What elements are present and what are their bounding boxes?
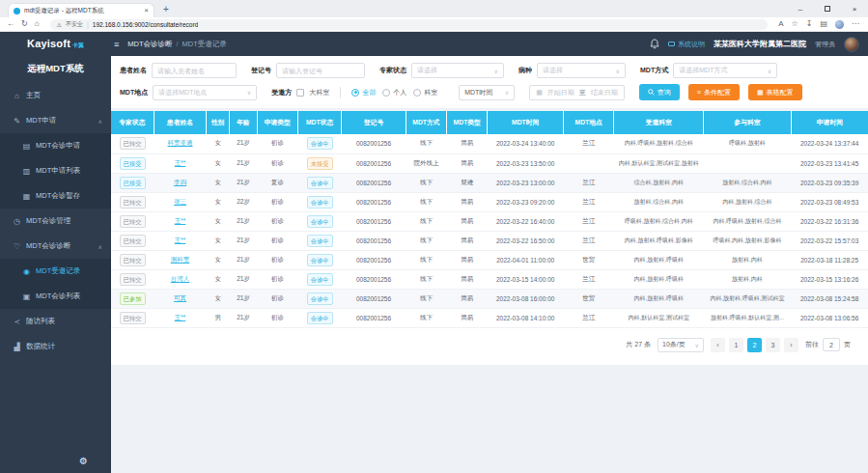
back-icon[interactable]: ← [7,20,14,28]
time-type-select[interactable]: MDT时间 ∨ [459,85,515,100]
column-header[interactable]: 患者姓名 [154,111,206,134]
sidebar-item[interactable]: ⌂主页 [0,83,111,108]
column-header[interactable]: 申请类型 [257,111,297,134]
expert-status-badge: 已接受 [120,157,146,170]
sidebar-item-label: 数据统计 [26,342,55,351]
patient-name-link[interactable]: 可其 [174,294,186,301]
column-header[interactable]: MDT类型 [447,111,488,134]
stats-icon: ▟ [13,343,21,351]
read-aloud-icon[interactable]: A [778,20,783,28]
invited-party-radio[interactable]: 科室 [413,88,437,97]
column-header[interactable]: 登记号 [342,111,406,134]
patient-name-link[interactable]: 李四 [174,179,186,185]
column-header[interactable]: 受邀科室 [614,111,704,134]
column-header[interactable]: MDT地点 [563,111,613,134]
sidebar-item[interactable]: ◷MDT会诊管理 [0,209,111,234]
sidebar-item[interactable]: ▤MDT会诊申请 [0,133,111,158]
invited-depts-cell: 内科,呼吸科,放射科,综合科 [614,134,704,153]
prev-page-button[interactable]: ‹ [711,338,725,352]
mdt-type-cell: 简易 [447,308,488,327]
url-divider: | [87,21,89,28]
home-icon: ⌂ [13,92,21,100]
sidebar-collapse-icon[interactable]: ≡ [114,40,119,49]
bell-icon[interactable] [650,39,659,49]
mdt-place-select[interactable]: 请选择MDT地点 ∨ [153,85,257,100]
apply-time-cell: 2022-03-08 15:24:58 [791,289,868,308]
mdt-mode-cell: 线下 [406,134,446,153]
breadcrumb-section[interactable]: MDT会诊诊断 [127,40,172,49]
new-tab-button[interactable]: + [163,4,169,17]
favorites-star-icon[interactable]: ☆ [792,20,798,28]
filter-mdt-place: MDT地点 请选择MDT地点 ∨ [120,85,257,100]
goto-page-input[interactable] [823,338,840,351]
refresh-icon[interactable]: ↻ [21,20,28,28]
sidebar-item[interactable]: ▥MDT申请列表 [0,158,111,183]
more-menu-icon[interactable]: ⋯ [852,20,859,28]
table-config-button[interactable]: ▦ 表格配置 [748,84,802,100]
register-no-input[interactable] [276,63,365,78]
page-button[interactable]: 1 [729,338,743,352]
minimize-button[interactable]: – [787,0,814,17]
settings-gear-icon[interactable]: ⚙ [79,456,88,466]
user-avatar[interactable] [844,37,859,52]
big-dept-checkbox[interactable] [296,89,304,97]
mdt-time-cell: 2022-03-08 14:10:00 [488,308,564,327]
column-header[interactable]: MDT方式 [406,111,446,134]
patient-name-link[interactable]: 测科室 [171,256,190,263]
system-help-link[interactable]: 系统说明 [668,40,705,49]
sidebar-item[interactable]: ≺随访列表 [0,309,111,334]
tab-close-icon[interactable]: × [144,7,149,14]
expert-status-select[interactable]: 请选择 ∨ [411,63,504,78]
date-range-picker[interactable]: ▦ 开始日期 至 结束日期 [529,85,625,100]
sidebar-menu: ⌂主页✎MDT申请∧▤MDT会诊申请▥MDT申请列表▦MDT会诊暂存◷MDT会诊… [0,83,111,473]
invited-party-radio[interactable]: 全部 [351,88,376,97]
address-bar[interactable]: ⚠ 不安全 | 192.168.0.156:9002/consultate/re… [50,19,769,30]
column-header[interactable]: 专家状态 [111,111,154,134]
column-header[interactable]: 性别 [207,111,230,134]
radio-label: 全部 [362,88,376,97]
browser-tab[interactable]: mdt受邀记录 - 远程MDT系统 × [8,3,154,17]
apply-list-icon: ▥ [22,167,31,176]
age-cell: 21岁 [230,250,257,269]
sidebar-item[interactable]: ▣MDT会诊列表 [0,284,111,309]
page-button[interactable]: 3 [766,338,780,352]
browser-home-icon[interactable]: ⌂ [35,20,40,28]
patient-name-input[interactable] [152,63,237,78]
column-header[interactable]: MDT时间 [488,111,564,134]
mdt-type-cell: 简易 [447,192,488,211]
search-button[interactable]: 查询 [639,84,680,100]
patient-name-link[interactable]: 王** [175,159,186,166]
condition-config-button[interactable]: ≡ 条件配置 [688,84,740,100]
page-button[interactable]: 2 [747,338,762,352]
patient-name-link[interactable]: 王** [175,236,186,243]
next-page-button[interactable]: › [784,338,798,352]
sidebar-item[interactable]: ✎MDT申请∧ [0,108,111,133]
patient-name-link[interactable]: 张三 [174,198,186,205]
patient-name-link[interactable]: 王** [175,217,186,224]
column-header[interactable]: 参与科室 [704,111,792,134]
sidebar-item[interactable]: ◉MDT受邀记录 [0,259,111,284]
patient-name-link[interactable]: 王** [175,314,186,320]
disease-select[interactable]: 请选择 ∨ [537,63,626,78]
downloads-icon[interactable]: ↧ [806,20,813,28]
table-row: 已转交张三女22岁初诊会诊中0082001256线下简易2022-03-23 0… [111,192,868,211]
mdt-status-badge: 会诊中 [307,254,333,266]
close-button[interactable]: × [841,0,868,17]
mdt-status-badge-cell: 会诊中 [297,250,341,269]
sidebar-item[interactable]: ♡MDT会诊诊断∧ [0,234,111,259]
browser-profile-avatar[interactable] [835,20,844,29]
mdt-mode-select[interactable]: 请选择MDT方式 ∨ [673,63,777,78]
header-right: 系统说明 某某医科大学附属第二医院 管理员 [650,37,868,52]
patient-name-link[interactable]: 科室变通 [168,139,193,146]
column-header[interactable]: MDT状态 [297,111,341,134]
column-header[interactable]: 申请时间 [791,111,868,134]
sidebar-item[interactable]: ▟数据统计 [0,334,111,359]
page-buttons: ‹ 123 › [711,338,798,352]
page-size-select[interactable]: 10条/页 ∨ [658,338,704,352]
invited-party-radio[interactable]: 个人 [382,88,406,97]
collections-icon[interactable]: ▤ [820,20,827,28]
maximize-button[interactable] [814,0,841,17]
patient-name-link[interactable]: 台湾人 [171,275,190,282]
sidebar-item[interactable]: ▦MDT会诊暂存 [0,183,111,209]
column-header[interactable]: 年龄 [230,111,257,134]
